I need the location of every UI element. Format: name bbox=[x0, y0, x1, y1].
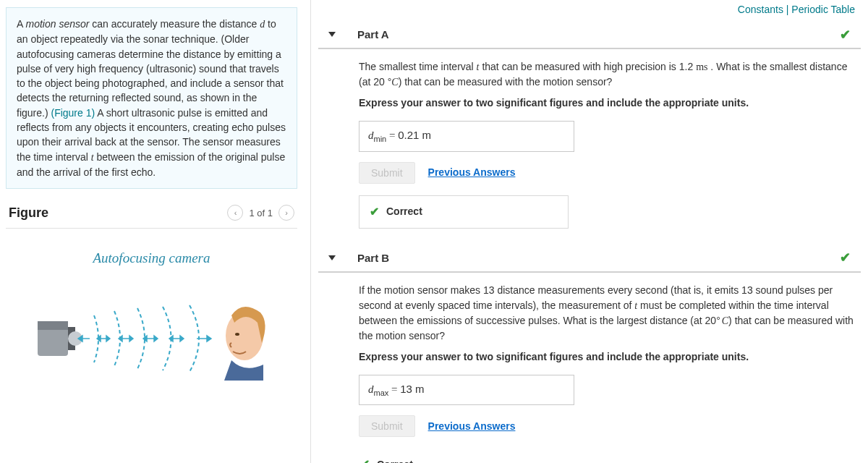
caret-down-icon bbox=[328, 255, 336, 260]
check-icon: ✔ bbox=[360, 456, 370, 463]
figure-link[interactable]: (Figure 1) bbox=[51, 107, 95, 119]
part-a-previous-answers-link[interactable]: Previous Answers bbox=[428, 165, 516, 180]
part-a-title: Part A bbox=[357, 28, 389, 41]
part-a-instruction: Express your answer to two significant f… bbox=[359, 95, 854, 111]
svg-marker-9 bbox=[119, 336, 122, 341]
intro-text: A motion sensor can accurately measure t… bbox=[6, 7, 297, 189]
svg-marker-15 bbox=[169, 336, 173, 341]
periodic-table-link[interactable]: Periodic Table bbox=[791, 4, 855, 15]
part-a-header[interactable]: Part A ✔ bbox=[318, 21, 861, 49]
part-b-header[interactable]: Part B ✔ bbox=[318, 245, 861, 273]
part-b-previous-answers-link[interactable]: Previous Answers bbox=[428, 419, 516, 434]
pager-next-button[interactable]: › bbox=[278, 205, 294, 221]
pager-label: 1 of 1 bbox=[249, 208, 273, 218]
svg-marker-8 bbox=[129, 336, 133, 341]
part-b-correct-feedback: ✔ Correct bbox=[359, 449, 569, 463]
part-a-correct-feedback: ✔ Correct bbox=[359, 195, 569, 229]
check-icon: ✔ bbox=[370, 203, 379, 221]
svg-marker-19 bbox=[207, 336, 211, 341]
part-a-answer[interactable]: dmin = 0.21 m bbox=[359, 121, 574, 152]
check-icon: ✔ bbox=[840, 250, 851, 266]
caret-down-icon bbox=[328, 32, 336, 37]
link-separator: | bbox=[786, 4, 789, 15]
svg-marker-14 bbox=[180, 336, 184, 341]
figure-heading: Figure bbox=[9, 205, 48, 221]
check-icon: ✔ bbox=[840, 27, 851, 43]
part-b-title: Part B bbox=[357, 252, 389, 264]
part-b-submit-button[interactable]: Submit bbox=[359, 415, 415, 437]
part-b-prompt: If the motion sensor makes 13 distance m… bbox=[359, 283, 854, 344]
figure-image bbox=[29, 279, 275, 381]
part-b: Part B ✔ If the motion sensor makes 13 d… bbox=[318, 245, 861, 464]
svg-marker-5 bbox=[106, 336, 110, 341]
figure-caption: Autofocusing camera bbox=[20, 250, 283, 266]
svg-rect-1 bbox=[38, 321, 68, 330]
part-a-prompt: The smallest time interval t that can be… bbox=[359, 59, 854, 90]
svg-point-21 bbox=[235, 333, 239, 336]
pager-prev-button[interactable]: ‹ bbox=[227, 205, 243, 221]
svg-marker-11 bbox=[154, 336, 158, 341]
svg-marker-12 bbox=[143, 336, 147, 341]
part-a-submit-button[interactable]: Submit bbox=[359, 162, 415, 184]
svg-marker-6 bbox=[97, 336, 101, 341]
constants-link[interactable]: Constants bbox=[738, 4, 783, 15]
figure-pager: ‹ 1 of 1 › bbox=[227, 205, 294, 221]
part-a: Part A ✔ The smallest time interval t th… bbox=[318, 21, 861, 232]
part-b-answer[interactable]: dmax = 13 m bbox=[359, 375, 574, 406]
part-b-instruction: Express your answer to two significant f… bbox=[359, 349, 854, 365]
